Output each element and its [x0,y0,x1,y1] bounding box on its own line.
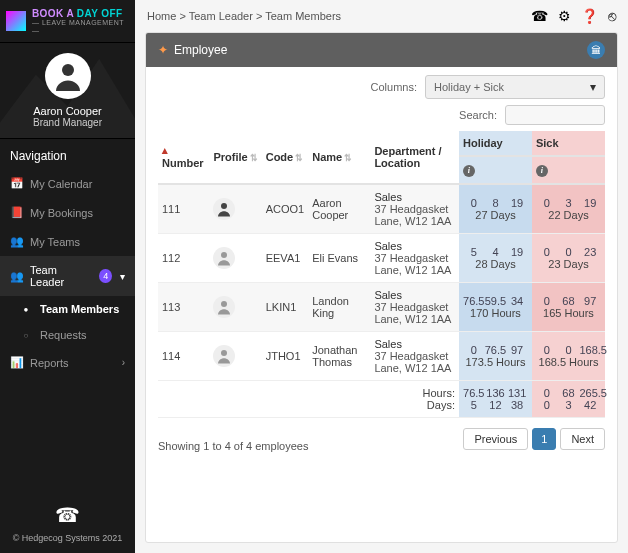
pager-prev[interactable]: Previous [463,428,528,450]
nav-my-calendar[interactable]: 📅 My Calendar [0,169,135,198]
table-row[interactable]: 113LKIN1Landon KingSales37 Headgasket La… [158,282,605,331]
search-input[interactable] [505,105,605,125]
cell-profile [209,331,261,380]
cell-profile [209,233,261,282]
col-name[interactable]: Name⇅ [308,131,370,184]
cell-name: Landon King [308,282,370,331]
col-code[interactable]: Code⇅ [262,131,309,184]
svg-point-4 [221,350,227,356]
gear-icon[interactable]: ⚙ [558,8,571,24]
col-group-holiday: Holiday [459,131,532,156]
crumb-home[interactable]: Home [147,10,176,22]
nav-team-members[interactable]: Team Members [10,296,135,322]
svg-point-0 [62,64,74,76]
nav-team-leader[interactable]: 👥 Team Leader 4 ▾ [0,256,135,296]
logo-text-b: DAY OFF [77,8,123,19]
svg-point-3 [221,301,227,307]
panel-title: Employee [174,43,227,57]
nav-my-teams[interactable]: 👥 My Teams [0,227,135,256]
bank-icon[interactable]: 🏛 [587,41,605,59]
avatar-icon [213,345,235,367]
columns-select[interactable]: Holiday + Sick [425,75,605,99]
col-group-sick: Sick [532,131,605,156]
profile-role: Brand Manager [0,117,135,128]
users-icon: 👥 [10,270,22,283]
crumb-team-members: Team Members [265,10,341,22]
pager-next[interactable]: Next [560,428,605,450]
cell-holiday: 081927 Days [459,184,532,234]
totals-days-label: Days: [427,399,455,411]
nav-label: Reports [30,357,69,369]
pager-page-1[interactable]: 1 [532,428,556,450]
cell-profile [209,282,261,331]
employee-table: ▴ Number Profile⇅ Code⇅ Name⇅ Department… [158,131,605,418]
showing-text: Showing 1 to 4 of 4 employees [158,440,308,452]
copyright: © Hedgecog Systems 2021 [0,533,135,543]
nav-requests[interactable]: Requests [10,322,135,348]
chart-icon: 📊 [10,356,22,369]
cell-code: JTHO1 [262,331,309,380]
profile-name: Aaron Cooper [0,105,135,117]
cell-dept: Sales37 Headgasket Lane, W12 1AA [370,282,459,331]
book-icon: 📕 [10,206,22,219]
nav-label: My Teams [30,236,80,248]
cell-profile [209,184,261,234]
logo-subtext: — LEAVE MANAGEMENT — [32,19,129,34]
cell-dept: Sales37 Headgasket Lane, W12 1AA [370,184,459,234]
phone-icon[interactable]: ☎ [531,8,548,24]
logout-icon[interactable]: ⎋ [608,8,616,24]
cell-holiday: 76.559.534170 Hours [459,282,532,331]
panel-header: ✦ Employee 🏛 [146,33,617,67]
cell-number: 111 [158,184,209,234]
logo[interactable]: BOOK A DAY OFF — LEAVE MANAGEMENT — [0,0,135,43]
col-profile[interactable]: Profile⇅ [209,131,261,184]
table-row[interactable]: 111ACOO1Aaron CooperSales37 Headgasket L… [158,184,605,234]
info-holiday[interactable]: i [459,156,532,184]
cell-dept: Sales37 Headgasket Lane, W12 1AA [370,331,459,380]
crumb-team-leader[interactable]: Team Leader [189,10,253,22]
profile-card[interactable]: Aaron Cooper Brand Manager [0,43,135,139]
nav-label: My Bookings [30,207,93,219]
search-label: Search: [459,109,497,121]
users-icon: 👥 [10,235,22,248]
col-number[interactable]: ▴ Number [158,131,209,184]
totals-hours-label: Hours: [423,387,455,399]
chevron-right-icon: › [122,357,125,368]
nav-reports[interactable]: 📊 Reports › [0,348,135,377]
info-sick[interactable]: i [532,156,605,184]
breadcrumb[interactable]: Home > Team Leader > Team Members [147,10,521,22]
calendar-icon: 📅 [10,177,22,190]
avatar [45,53,91,99]
table-row[interactable]: 112EEVA1Eli EvansSales37 Headgasket Lane… [158,233,605,282]
logo-text-a: BOOK A [32,8,77,19]
avatar-icon [213,198,235,220]
cell-name: Aaron Cooper [308,184,370,234]
columns-label: Columns: [371,81,417,93]
nav-my-bookings[interactable]: 📕 My Bookings [0,198,135,227]
columns-value: Holiday + Sick [434,81,504,93]
help-icon[interactable]: ❓ [581,8,598,24]
cell-sick: 002323 Days [532,233,605,282]
cell-code: ACOO1 [262,184,309,234]
nav-sub-label: Requests [40,329,86,341]
svg-point-1 [221,203,227,209]
col-dept[interactable]: Department / Location [370,131,459,184]
nav-heading: Navigation [0,139,135,169]
cell-number: 114 [158,331,209,380]
nav-label: Team Leader [30,264,87,288]
logo-icon [6,11,26,31]
cell-number: 112 [158,233,209,282]
cell-holiday: 541928 Days [459,233,532,282]
spark-icon: ✦ [158,43,168,57]
table-row[interactable]: 114JTHO1Jonathan ThomasSales37 Headgaske… [158,331,605,380]
badge: 4 [99,269,112,283]
cell-holiday: 076.597173.5 Hours [459,331,532,380]
cell-name: Jonathan Thomas [308,331,370,380]
phone-icon[interactable]: ☎ [0,503,135,527]
cell-dept: Sales37 Headgasket Lane, W12 1AA [370,233,459,282]
cell-sick: 06897165 Hours [532,282,605,331]
cell-sick: 00168.5168.5 Hours [532,331,605,380]
cell-code: LKIN1 [262,282,309,331]
svg-point-2 [221,252,227,258]
avatar-icon [213,296,235,318]
